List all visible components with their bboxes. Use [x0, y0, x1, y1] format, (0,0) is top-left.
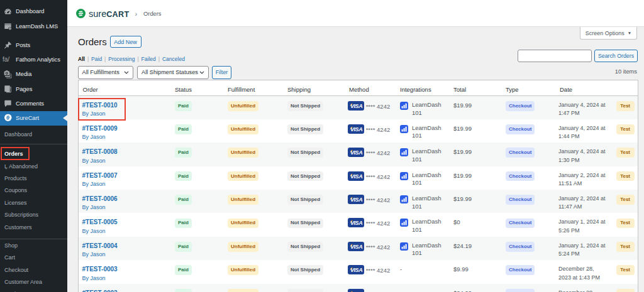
svg-text:VISA: VISA: [350, 267, 362, 273]
svg-text:VISA: VISA: [350, 149, 362, 156]
svg-text:VISA: VISA: [350, 173, 362, 180]
svg-text:VISA: VISA: [350, 220, 362, 226]
svg-text:VISA: VISA: [350, 126, 362, 132]
svg-text:VISA: VISA: [350, 103, 362, 109]
svg-text:VISA: VISA: [350, 244, 362, 250]
svg-text:VISA: VISA: [350, 197, 362, 203]
